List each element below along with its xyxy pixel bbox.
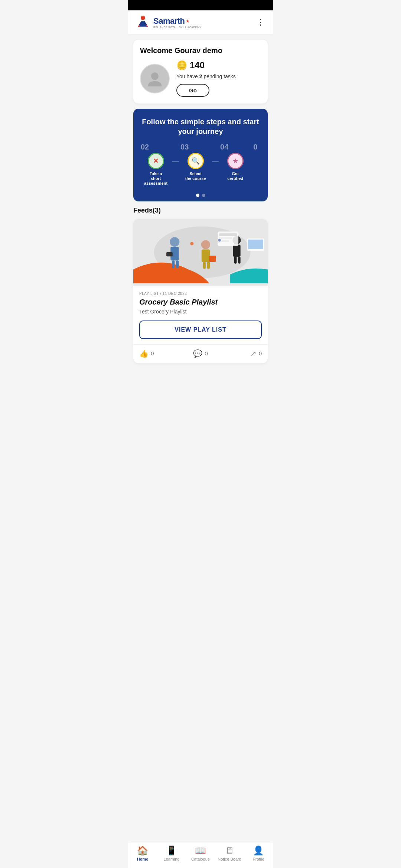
svg-point-26 [218, 239, 221, 241]
comment-icon: 💬 [193, 349, 202, 358]
banner-dot-2[interactable] [202, 194, 205, 197]
svg-rect-12 [203, 262, 205, 269]
coin-icon: 🪙 [176, 60, 188, 70]
logo-icon [135, 15, 151, 30]
step-2-num: 02 [141, 143, 149, 151]
svg-rect-20 [248, 239, 263, 249]
svg-rect-9 [166, 252, 173, 256]
feed-title: Grocery Basic Playlist [139, 298, 262, 306]
step-connector-2 [212, 161, 219, 162]
step-4-icon: ★ [227, 153, 244, 169]
step-4-label: Getcertified [227, 171, 243, 181]
banner-dot-1[interactable] [196, 194, 199, 197]
svg-point-2 [151, 72, 159, 80]
feed-image [133, 219, 268, 286]
step-3-num: 03 [180, 143, 189, 151]
share-count: 0 [259, 350, 262, 356]
feed-card: PLAY LIST / 11 DEC 2023 Grocery Basic Pl… [133, 219, 268, 363]
avatar [140, 64, 170, 93]
share-icon: ↗ [250, 349, 257, 358]
svg-point-10 [201, 240, 210, 249]
logo-text-block: Samarth ★ RELIANCE RETAIL SKILL ACADEMY [153, 16, 201, 29]
share-action[interactable]: ↗ 0 [221, 349, 262, 358]
view-playlist-button[interactable]: VIEW PLAY LIST [139, 320, 262, 339]
svg-rect-22 [219, 233, 237, 236]
pending-count: 2 [199, 73, 202, 79]
main-content: Welcome Gourav demo 🪙 140 You have 2 pen… [128, 34, 273, 393]
user-details: 🪙 140 You have 2 pending tasks Go [176, 60, 261, 97]
comment-count: 0 [205, 350, 208, 356]
feed-illustration [133, 219, 268, 286]
coins-row: 🪙 140 [176, 60, 261, 70]
step-partial: 0 [252, 143, 262, 153]
logo-name: Samarth [153, 16, 185, 26]
svg-rect-16 [233, 244, 240, 256]
status-bar [128, 0, 273, 10]
coin-count: 140 [190, 60, 205, 70]
feed-body: PLAY LIST / 11 DEC 2023 Grocery Basic Pl… [133, 286, 268, 344]
feed-meta: PLAY LIST / 11 DEC 2023 [139, 292, 262, 296]
svg-rect-7 [172, 260, 175, 268]
svg-rect-17 [234, 257, 237, 264]
svg-rect-11 [202, 249, 210, 262]
svg-rect-8 [176, 260, 179, 268]
step-3-icon: 🔍 [188, 153, 204, 169]
pending-tasks-text: You have 2 pending tasks [176, 73, 261, 79]
banner-dots [139, 190, 262, 201]
step-3-label: Selectthe course [185, 171, 206, 181]
feed-description: Test Grocery Playlist [139, 309, 262, 315]
svg-rect-14 [209, 256, 216, 262]
journey-banner: Follow the simple steps and start your j… [133, 109, 268, 201]
comment-action[interactable]: 💬 0 [180, 349, 221, 358]
feed-actions: 👍 0 💬 0 ↗ 0 [133, 344, 268, 363]
menu-button[interactable]: ⋮ [255, 16, 266, 29]
like-count: 0 [151, 350, 154, 356]
go-button[interactable]: Go [176, 84, 209, 97]
step-connector-1 [172, 161, 179, 162]
svg-point-5 [170, 237, 179, 247]
step-4-num: 04 [220, 143, 228, 151]
steps-row: 02 ✕ Take ashort assessment 03 🔍 Selectt… [139, 143, 262, 186]
like-action[interactable]: 👍 0 [139, 349, 180, 358]
user-info-row: 🪙 140 You have 2 pending tasks Go [140, 60, 261, 97]
welcome-card: Welcome Gourav demo 🪙 140 You have 2 pen… [133, 40, 268, 103]
step-2-label: Take ashort assessment [139, 171, 172, 186]
avatar-icon [146, 69, 164, 88]
svg-point-0 [141, 16, 145, 20]
step-2: 02 ✕ Take ashort assessment [139, 143, 172, 186]
app-header: Samarth ★ RELIANCE RETAIL SKILL ACADEMY … [128, 10, 273, 34]
step-2-icon: ✕ [148, 153, 164, 169]
feeds-title: Feeds(3) [133, 207, 268, 214]
welcome-title: Welcome Gourav demo [140, 46, 261, 55]
logo-star-icon: ★ [186, 19, 190, 24]
step-4: 04 ★ Getcertified [219, 143, 252, 181]
svg-rect-13 [207, 262, 210, 269]
banner-title: Follow the simple steps and start your j… [139, 117, 262, 136]
svg-rect-23 [219, 237, 232, 239]
svg-rect-18 [238, 257, 240, 264]
step-3: 03 🔍 Selectthe course [179, 143, 212, 181]
logo-tagline: RELIANCE RETAIL SKILL ACADEMY [153, 26, 201, 29]
svg-point-25 [190, 242, 193, 245]
logo: Samarth ★ RELIANCE RETAIL SKILL ACADEMY [135, 15, 201, 30]
like-icon: 👍 [139, 349, 149, 358]
